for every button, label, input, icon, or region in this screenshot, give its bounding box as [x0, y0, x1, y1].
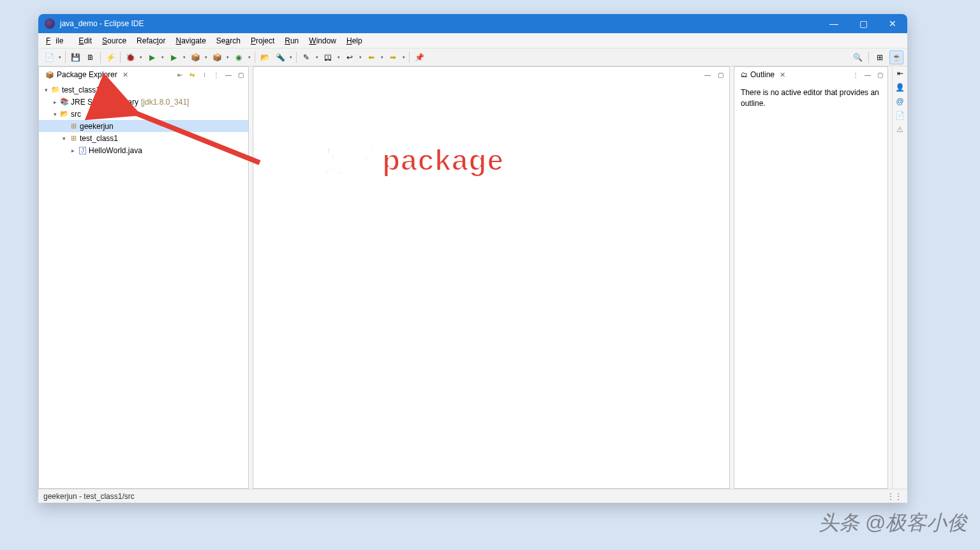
file-helloworld-node[interactable]: ▸ 🄹 HelloWorld.java	[39, 144, 248, 156]
jre-version: [jdk1.8.0_341]	[138, 98, 189, 107]
minimize-button[interactable]: —	[819, 14, 849, 33]
close-button[interactable]: ✕	[878, 14, 907, 33]
coverage-button[interactable]: ▶	[167, 50, 181, 64]
link-editor-button[interactable]: ⇆	[187, 70, 197, 80]
toggle-mark-button[interactable]: ✎	[299, 50, 313, 64]
expand-toggle[interactable]: ▾	[41, 87, 50, 93]
skip-breakpoints-button[interactable]: ⚡	[103, 50, 117, 64]
close-outline-tab[interactable]: ✕	[780, 71, 785, 79]
eclipse-window: java_demo - Eclipse IDE — ▢ ✕ File Edit …	[38, 14, 907, 503]
debug-dropdown[interactable]: ▾	[138, 55, 144, 60]
status-grip: ⋮⋮	[887, 492, 902, 501]
package-testclass1-label: test_class1	[78, 134, 118, 143]
jre-label: JRE System Library	[70, 98, 138, 107]
pin-editor-button[interactable]: 📌	[412, 50, 426, 64]
coverage-dropdown[interactable]: ▾	[182, 55, 187, 60]
statusbar: geekerjun - test_class1/src ⋮⋮	[38, 489, 907, 503]
src-label: src	[70, 110, 81, 119]
task-list-icon[interactable]: 👤	[895, 82, 906, 93]
explorer-tab-label: Package Explorer	[57, 70, 117, 79]
expand-toggle[interactable]: ▸	[68, 147, 77, 154]
next-annotation-button[interactable]: ⬅	[364, 50, 378, 64]
menu-source[interactable]: Source	[97, 35, 131, 47]
package-testclass1-node[interactable]: ▾ ⊞ test_class1	[39, 132, 248, 144]
menu-search[interactable]: Search	[211, 35, 246, 47]
eclipse-icon	[45, 19, 55, 29]
titlebar[interactable]: java_demo - Eclipse IDE — ▢ ✕	[38, 14, 907, 33]
editor-header: — ▢	[253, 67, 729, 82]
outline-tab[interactable]: 🗂 Outline ✕	[737, 69, 789, 80]
status-text: geekerjun - test_class1/src	[43, 492, 135, 501]
right-sidebar: ⇤ 👤 @ 📄 ⚠	[892, 66, 907, 489]
new-dropdown[interactable]: ▾	[57, 55, 63, 60]
new-button[interactable]: 📄	[42, 50, 56, 64]
toggle-block-button[interactable]: 🕮	[321, 50, 335, 64]
new-class-button[interactable]: ◉	[232, 50, 246, 64]
maximize-outline-button[interactable]: ▢	[875, 70, 885, 80]
prev-annotation-button[interactable]: ➡	[386, 50, 400, 64]
library-icon: 📚	[59, 97, 70, 107]
problems-icon[interactable]: ⚠	[895, 124, 906, 135]
minimize-explorer-button[interactable]: —	[223, 70, 234, 80]
menu-edit[interactable]: Edit	[73, 35, 97, 47]
collapse-all-button[interactable]: ⇤	[175, 70, 185, 80]
outline-tab-label: Outline	[750, 70, 775, 79]
package-geekerjun-label: geekerjun	[78, 122, 114, 131]
maximize-explorer-button[interactable]: ▢	[235, 70, 246, 80]
minimize-editor-button[interactable]: —	[702, 70, 713, 80]
save-button[interactable]: 💾	[68, 50, 82, 64]
minimize-outline-button[interactable]: —	[863, 70, 873, 80]
project-label: test_class1	[61, 85, 100, 94]
outline-view-menu[interactable]: ⋮	[850, 70, 861, 80]
declaration-icon[interactable]: @	[895, 96, 906, 107]
maximize-editor-button[interactable]: ▢	[715, 70, 725, 80]
editor-area: — ▢ 新建好的package	[253, 66, 730, 489]
jre-library-node[interactable]: ▸ 📚 JRE System Library [jdk1.8.0_341]	[39, 96, 248, 108]
new-java-project-button[interactable]: 📦	[188, 50, 202, 64]
search-button[interactable]: 🔦	[273, 50, 287, 64]
window-title: java_demo - Eclipse IDE	[60, 19, 144, 28]
toolbar: 📄▾ 💾 🗎 ⚡ 🐞▾ ▶▾ ▶▾ 📦▾ 📦▾ ◉▾ 📂 🔦▾ ✎▾ 🕮▾ ↩▾…	[38, 48, 907, 66]
view-menu-button[interactable]: ⋮	[211, 70, 221, 80]
menu-refactor[interactable]: Refactor	[131, 35, 170, 47]
quick-access-button[interactable]: 🔍	[850, 50, 865, 64]
menu-help[interactable]: Help	[341, 35, 368, 47]
run-dropdown[interactable]: ▾	[160, 55, 165, 60]
package-geekerjun-node[interactable]: ⊞ geekerjun	[39, 120, 248, 132]
save-all-button[interactable]: 🗎	[84, 50, 98, 64]
project-node[interactable]: ▾ 📁 test_class1	[39, 84, 248, 96]
expand-toggle[interactable]: ▸	[50, 99, 59, 105]
project-icon: 📁	[50, 85, 61, 95]
expand-toggle[interactable]: ▾	[59, 135, 68, 142]
menu-file[interactable]: File	[41, 35, 73, 47]
open-perspective-button[interactable]: ⊞	[873, 50, 887, 64]
close-explorer-tab[interactable]: ✕	[122, 71, 128, 79]
javadoc-icon[interactable]: 📄	[895, 110, 906, 121]
helloworld-label: HelloWorld.java	[87, 146, 142, 155]
menu-project[interactable]: Project	[246, 35, 279, 47]
run-button[interactable]: ▶	[145, 50, 159, 64]
source-folder-icon: 📂	[59, 109, 70, 119]
outline-panel: 🗂 Outline ✕ ⋮ — ▢ There is no active edi…	[734, 66, 888, 489]
src-folder-node[interactable]: ▾ 📂 src	[39, 108, 248, 120]
annotation-text: 新建好的package	[262, 141, 504, 181]
debug-button[interactable]: 🐞	[123, 50, 137, 64]
wrap-button[interactable]: ↩	[343, 50, 357, 64]
maximize-button[interactable]: ▢	[849, 14, 878, 33]
workspace: 📦 Package Explorer ✕ ⇤ ⇆ ⁝ ⋮ — ▢ ▾ 📁 t	[38, 66, 907, 489]
outline-message: There is no active editor that provides …	[734, 82, 887, 114]
restore-icon[interactable]: ⇤	[895, 68, 906, 79]
focus-button[interactable]: ⁝	[199, 70, 209, 80]
java-perspective-button[interactable]: ☕	[889, 50, 903, 64]
menu-navigate[interactable]: Navigate	[170, 35, 211, 47]
explorer-header: 📦 Package Explorer ✕ ⇤ ⇆ ⁝ ⋮ — ▢	[39, 67, 248, 82]
package-icon: ⊞	[68, 121, 78, 131]
expand-toggle[interactable]: ▾	[50, 111, 59, 117]
open-type-button[interactable]: 📂	[258, 50, 272, 64]
new-package-button[interactable]: 📦	[210, 50, 224, 64]
package-explorer-icon: 📦	[45, 71, 54, 79]
menu-run[interactable]: Run	[279, 35, 304, 47]
explorer-tab[interactable]: 📦 Package Explorer ✕	[41, 69, 132, 80]
menu-window[interactable]: Window	[304, 35, 341, 47]
package-explorer-panel: 📦 Package Explorer ✕ ⇤ ⇆ ⁝ ⋮ — ▢ ▾ 📁 t	[38, 66, 249, 489]
